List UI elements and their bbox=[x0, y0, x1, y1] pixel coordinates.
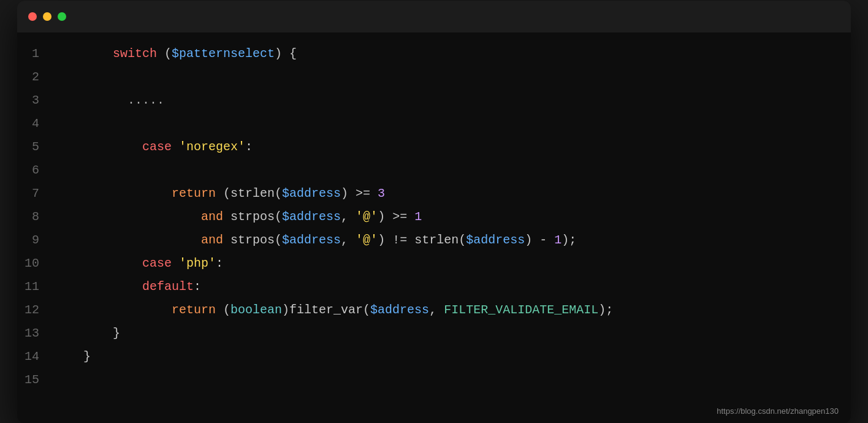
code-line: 2 bbox=[17, 66, 851, 89]
line-number: 6 bbox=[17, 159, 54, 182]
code-editor: 1 switch ($patternselect) {23 .....45 ca… bbox=[17, 32, 851, 402]
line-number: 2 bbox=[17, 66, 54, 89]
minimize-button[interactable] bbox=[43, 12, 51, 21]
line-number: 12 bbox=[17, 299, 54, 322]
line-number: 11 bbox=[17, 275, 54, 299]
line-content: and strpos($address, '@') != strlen($add… bbox=[54, 229, 576, 252]
code-line: 11 default: bbox=[17, 275, 851, 299]
line-content: switch ($patternselect) { bbox=[54, 42, 297, 66]
line-number: 5 bbox=[17, 135, 54, 159]
code-line: 4 bbox=[17, 112, 851, 135]
line-number: 9 bbox=[17, 229, 54, 252]
line-number: 15 bbox=[17, 368, 54, 392]
line-number: 3 bbox=[17, 89, 54, 112]
titlebar bbox=[17, 1, 851, 32]
code-line: 15 bbox=[17, 368, 851, 392]
code-line: 9 and strpos($address, '@') != strlen($a… bbox=[17, 229, 851, 252]
line-number: 4 bbox=[17, 112, 54, 135]
line-content: default: bbox=[54, 275, 201, 299]
maximize-button[interactable] bbox=[58, 12, 66, 21]
line-number: 13 bbox=[17, 322, 54, 345]
close-button[interactable] bbox=[28, 12, 37, 21]
line-content: } bbox=[54, 345, 91, 368]
footer-url: https://blog.csdn.net/zhangpen130 bbox=[17, 402, 851, 423]
code-line: 10 case 'php': bbox=[17, 252, 851, 275]
line-content: and strpos($address, '@') >= 1 bbox=[54, 205, 422, 229]
code-line: 14 } bbox=[17, 345, 851, 368]
line-content: return (boolean)filter_var($address, FIL… bbox=[54, 299, 613, 322]
code-line: 5 case 'noregex': bbox=[17, 135, 851, 159]
line-number: 8 bbox=[17, 205, 54, 229]
code-line: 1 switch ($patternselect) { bbox=[17, 42, 851, 66]
line-number: 14 bbox=[17, 345, 54, 368]
code-window: 1 switch ($patternselect) {23 .....45 ca… bbox=[17, 1, 851, 423]
line-content: case 'php': bbox=[54, 252, 223, 275]
code-line: 6 bbox=[17, 159, 851, 182]
line-number: 1 bbox=[17, 42, 54, 66]
line-content: return (strlen($address) >= 3 bbox=[54, 182, 385, 205]
line-content: } bbox=[54, 322, 120, 345]
line-content: case 'noregex': bbox=[54, 135, 253, 159]
line-number: 10 bbox=[17, 252, 54, 275]
line-content: ..... bbox=[54, 89, 164, 112]
code-line: 12 return (boolean)filter_var($address, … bbox=[17, 299, 851, 322]
code-line: 13 } bbox=[17, 322, 851, 345]
line-number: 7 bbox=[17, 182, 54, 205]
code-line: 3 ..... bbox=[17, 89, 851, 112]
code-line: 7 return (strlen($address) >= 3 bbox=[17, 182, 851, 205]
code-line: 8 and strpos($address, '@') >= 1 bbox=[17, 205, 851, 229]
